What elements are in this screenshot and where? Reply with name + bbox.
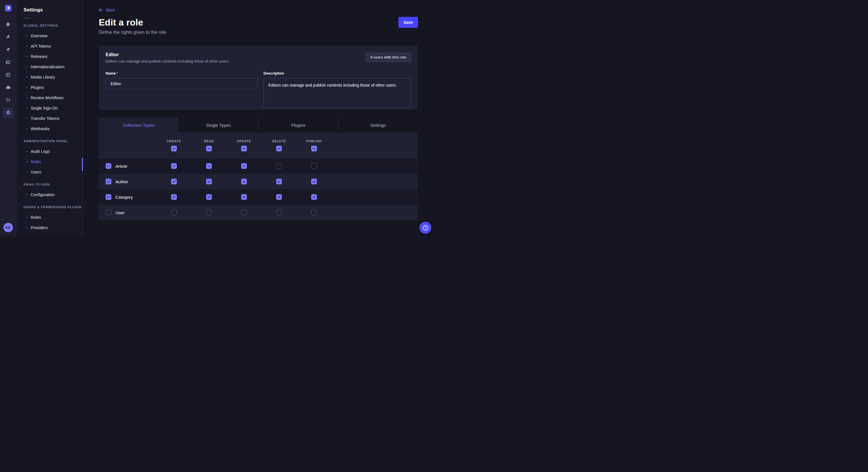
sidebar-item-media-library[interactable]: Media Library (17, 72, 83, 82)
checkbox-user-delete[interactable] (276, 210, 282, 215)
sidebar-item-roles[interactable]: Roles (17, 212, 83, 223)
master-checkbox-update[interactable] (241, 146, 247, 151)
sidebar-item-releases[interactable]: Releases (17, 51, 83, 62)
row-checkbox-article[interactable] (105, 163, 112, 169)
permissions-rows: ArticleAuthorCategoryUser (99, 158, 418, 220)
bullet-icon (26, 227, 28, 228)
checkbox-author-publish[interactable] (311, 179, 317, 184)
checkbox-author-read[interactable] (206, 179, 212, 184)
sidebar-item-audit-logs[interactable]: Audit Logs (17, 146, 83, 157)
sidebar-section-3: USERS & PERMISSIONS PLUGINRolesProviders (17, 205, 83, 233)
save-button[interactable]: Save (398, 17, 418, 28)
rail-item-content-manager[interactable] (3, 32, 13, 42)
checkbox-category-update[interactable] (241, 194, 247, 200)
sidebar-item-providers[interactable]: Providers (17, 223, 83, 233)
row-checkbox-category[interactable] (105, 194, 112, 200)
rail-item-deploy[interactable] (3, 82, 13, 93)
row-label: User (115, 210, 125, 215)
checkbox-author-create[interactable] (171, 179, 177, 184)
name-input[interactable] (105, 78, 257, 89)
checkbox-article-update[interactable] (241, 163, 247, 169)
rail-item-settings[interactable] (3, 108, 13, 118)
rail-item-home[interactable] (3, 20, 13, 30)
sidebar-item-users[interactable]: Users (17, 167, 83, 177)
bullet-icon (26, 194, 28, 195)
role-card-title: Editor (105, 52, 411, 58)
bullet-icon (26, 118, 28, 119)
help-button[interactable]: ? (420, 222, 431, 234)
column-header-label: UPDATE (237, 139, 251, 143)
tab-plugins[interactable]: Plugins (258, 117, 338, 133)
row-checkbox-user[interactable] (105, 210, 112, 215)
checkbox-author-delete[interactable] (276, 179, 282, 184)
checkbox-category-read[interactable] (206, 194, 212, 200)
sidebar-item-internationalization[interactable]: Internationalization (17, 62, 83, 72)
page-header: Edit a role Define the rights given to t… (99, 17, 418, 35)
column-header-create: CREATE (156, 133, 191, 158)
back-link[interactable]: Back (99, 7, 115, 12)
cloud-icon (5, 85, 11, 91)
sidebar-item-configuration[interactable]: Configuration (17, 190, 83, 200)
master-checkbox-delete[interactable] (276, 146, 282, 151)
sidebar-item-plugins[interactable]: Plugins (17, 82, 83, 93)
master-checkbox-read[interactable] (206, 146, 212, 151)
checkbox-user-publish[interactable] (311, 210, 317, 215)
sidebar-item-label: Audit Logs (31, 149, 50, 154)
users-with-role-button[interactable]: 0 users with this role (366, 53, 411, 62)
permissions-header-row: CREATEREADUPDATEDELETEPUBLISH (99, 133, 418, 158)
check-icon (207, 195, 211, 199)
tab-single-types[interactable]: Single Types (179, 117, 258, 133)
rail-item-media-library[interactable] (3, 57, 13, 68)
checkbox-category-publish[interactable] (311, 194, 317, 200)
rail-item-marketplace[interactable] (3, 95, 13, 105)
sidebar-item-overview[interactable]: Overview (17, 31, 83, 41)
sidebar-item-transfer-tokens[interactable]: Transfer Tokens (17, 113, 83, 124)
checkbox-article-read[interactable] (206, 163, 212, 169)
strapi-logo[interactable] (5, 5, 11, 11)
checkbox-user-read[interactable] (206, 210, 212, 215)
checkbox-author-update[interactable] (241, 179, 247, 184)
checkbox-article-create[interactable] (171, 163, 177, 169)
indeterminate-dash-icon (208, 148, 210, 149)
checkbox-category-create[interactable] (171, 194, 177, 200)
checkbox-user-create[interactable] (171, 210, 177, 215)
sidebar-item-roles[interactable]: Roles (17, 157, 83, 167)
sidebar-item-api-tokens[interactable]: API Tokens (17, 41, 83, 51)
column-header-label: PUBLISH (306, 139, 322, 143)
tab-settings[interactable]: Settings (338, 117, 418, 133)
checkbox-category-delete[interactable] (276, 194, 282, 200)
bullet-icon (26, 35, 28, 36)
cell-user-delete (276, 210, 282, 215)
master-checkbox-publish[interactable] (311, 146, 317, 151)
sidebar-item-label: Single Sign-On (31, 106, 58, 110)
checkbox-user-update[interactable] (241, 210, 247, 215)
checkbox-article-publish[interactable] (311, 163, 317, 169)
sidebar-section-items: Audit LogsRolesUsers (17, 146, 83, 177)
tab-collection-types[interactable]: Collection Types (99, 117, 179, 133)
rail-item-content-type-builder[interactable] (3, 70, 13, 80)
required-asterisk: * (116, 71, 118, 75)
bullet-icon (26, 76, 28, 78)
sidebar-item-review-workflows[interactable]: Review Workflows (17, 93, 83, 103)
sidebar-item-label: Media Library (31, 75, 55, 79)
cell-user-publish (311, 210, 317, 215)
check-icon (107, 195, 110, 199)
checkbox-article-delete[interactable] (276, 163, 282, 169)
name-field-group: Name* (105, 71, 257, 108)
bullet-icon (26, 87, 28, 88)
sidebar-item-label: Internationalization (31, 65, 65, 69)
row-checkbox-author[interactable] (105, 179, 112, 184)
column-header-label: DELETE (272, 139, 286, 143)
sidebar-item-label: Roles (31, 160, 41, 164)
rail-item-releases[interactable] (3, 45, 13, 55)
description-textarea[interactable] (264, 78, 411, 108)
sidebar-section-items: Configuration (17, 190, 83, 200)
avatar[interactable]: KD (3, 223, 13, 232)
master-checkbox-create[interactable] (171, 146, 177, 151)
strapi-admin-app: KD Settings GLOBAL SETTINGSOverviewAPI T… (0, 0, 434, 236)
check-icon (312, 180, 316, 183)
cell-article-delete (276, 163, 282, 169)
sidebar-item-single-sign-on[interactable]: Single Sign-On (17, 103, 83, 113)
sidebar-item-webhooks[interactable]: Webhooks (17, 124, 83, 134)
strapi-logo-icon (6, 6, 10, 10)
